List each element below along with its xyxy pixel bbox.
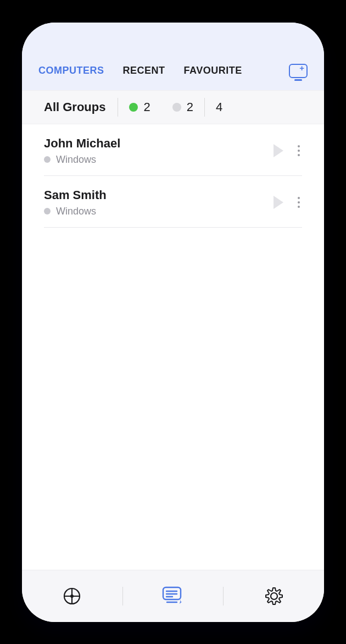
- online-status-dot-icon: [129, 103, 138, 112]
- online-count[interactable]: 2: [118, 100, 161, 114]
- tab-bar: COMPUTERS RECENT FAVOURITE: [22, 64, 324, 90]
- nav-settings-button[interactable]: [258, 580, 291, 613]
- play-icon[interactable]: [274, 196, 283, 209]
- group-selector[interactable]: All Groups: [44, 100, 118, 114]
- list-item[interactable]: Sam Smith Windows: [44, 176, 302, 228]
- separator: [122, 587, 123, 606]
- device-list: John Michael Windows Sam Smith Windows: [22, 124, 324, 570]
- bottom-nav: [22, 570, 324, 622]
- device-os-label: Windows: [56, 154, 96, 166]
- list-item-main: John Michael Windows: [44, 136, 274, 166]
- filter-bar: All Groups 2 2 4: [22, 90, 324, 124]
- total-count-value: 4: [216, 100, 222, 114]
- play-icon[interactable]: [274, 144, 283, 157]
- svg-point-9: [271, 593, 277, 599]
- header: COMPUTERS RECENT FAVOURITE: [22, 23, 324, 90]
- target-icon: [63, 587, 81, 606]
- tab-computers[interactable]: COMPUTERS: [38, 65, 104, 76]
- status-dot-icon: [44, 156, 51, 163]
- device-name: Sam Smith: [44, 188, 274, 202]
- online-count-value: 2: [143, 100, 150, 114]
- list-item-main: Sam Smith Windows: [44, 188, 274, 217]
- offline-count-value: 2: [187, 100, 193, 114]
- tab-recent[interactable]: RECENT: [123, 65, 165, 76]
- add-monitor-icon[interactable]: [289, 64, 308, 78]
- tab-favourite[interactable]: FAVOURITE: [184, 65, 242, 76]
- list-item[interactable]: John Michael Windows: [44, 124, 302, 176]
- nav-computers-button[interactable]: [157, 580, 189, 613]
- separator: [223, 587, 224, 606]
- device-os: Windows: [44, 206, 274, 217]
- offline-count[interactable]: 2: [161, 100, 204, 114]
- device-os: Windows: [44, 154, 274, 166]
- offline-status-dot-icon: [172, 103, 181, 112]
- more-vertical-icon[interactable]: [295, 195, 302, 210]
- device-frame: COMPUTERS RECENT FAVOURITE All Groups 2 …: [22, 23, 324, 622]
- status-dot-icon: [44, 208, 51, 214]
- nav-target-button[interactable]: [55, 580, 88, 613]
- device-os-label: Windows: [56, 206, 96, 217]
- computers-list-icon: [161, 586, 185, 607]
- total-count[interactable]: 4: [205, 100, 233, 114]
- more-vertical-icon[interactable]: [295, 143, 302, 158]
- device-name: John Michael: [44, 136, 274, 151]
- gear-icon: [265, 587, 283, 606]
